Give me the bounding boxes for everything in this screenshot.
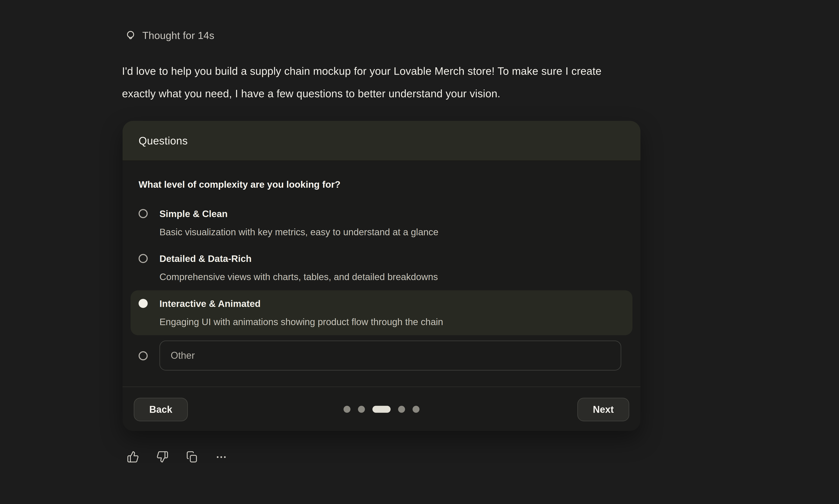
question-text: What level of complexity are you looking… (139, 178, 624, 191)
step-dot (398, 406, 405, 413)
message-line: I'd love to help you build a supply chai… (122, 60, 759, 83)
card-title: Questions (139, 134, 188, 147)
assistant-message: I'd love to help you build a supply chai… (122, 60, 759, 105)
thinking-summary[interactable]: Thought for 14s (125, 29, 214, 42)
options-list: Simple & Clean Basic visualization with … (139, 200, 624, 371)
thumbs-down-icon[interactable] (156, 451, 169, 463)
back-button[interactable]: Back (134, 398, 188, 421)
lightbulb-icon (125, 30, 136, 42)
radio-unselected-icon (139, 351, 147, 360)
more-options-icon[interactable] (215, 451, 227, 463)
option-interactive-animated[interactable]: Interactive & Animated Engaging UI with … (130, 290, 632, 335)
option-simple-clean[interactable]: Simple & Clean Basic visualization with … (130, 200, 632, 245)
step-dot (344, 406, 351, 413)
questions-card-footer: Back Next (123, 386, 641, 431)
option-text: Interactive & Animated Engaging UI with … (159, 297, 443, 329)
radio-unselected-icon (139, 209, 147, 218)
thinking-label: Thought for 14s (142, 29, 214, 42)
questions-card: Questions What level of complexity are y… (123, 121, 641, 431)
message-line: exactly what you need, I have a few ques… (122, 83, 759, 105)
questions-card-header: Questions (123, 121, 641, 161)
radio-unselected-icon (139, 254, 147, 263)
option-text: Simple & Clean Basic visualization with … (159, 207, 438, 239)
option-label: Simple & Clean (159, 207, 438, 221)
option-description: Basic visualization with key metrics, ea… (159, 225, 438, 239)
option-detailed-data-rich[interactable]: Detailed & Data-Rich Comprehensive views… (130, 246, 632, 290)
thumbs-up-icon[interactable] (127, 451, 139, 463)
option-label: Detailed & Data-Rich (159, 252, 438, 266)
next-button[interactable]: Next (577, 398, 629, 421)
option-label: Interactive & Animated (159, 297, 443, 311)
step-pagination (344, 406, 420, 413)
step-dot-active (372, 406, 390, 413)
chat-message-region: Thought for 14s I'd love to help you bui… (0, 0, 839, 504)
message-actions (127, 451, 227, 463)
option-other[interactable] (130, 341, 632, 371)
other-option-input[interactable] (159, 341, 621, 371)
radio-selected-icon (139, 299, 147, 308)
option-text: Detailed & Data-Rich Comprehensive views… (159, 252, 438, 284)
step-dot (413, 406, 420, 413)
step-dot (358, 406, 365, 413)
questions-card-body: What level of complexity are you looking… (123, 161, 641, 371)
option-description: Engaging UI with animations showing prod… (159, 315, 443, 329)
option-description: Comprehensive views with charts, tables,… (159, 270, 438, 284)
copy-icon[interactable] (186, 451, 198, 463)
